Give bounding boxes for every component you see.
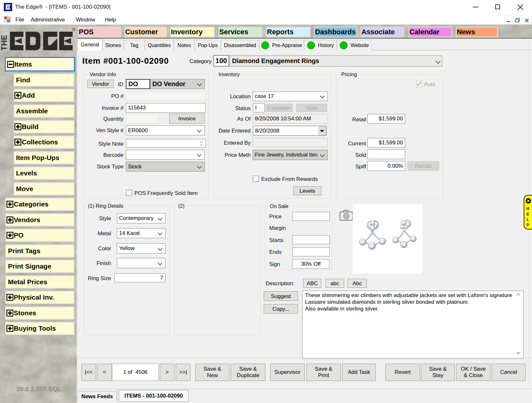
svg-text:®: ® — [72, 27, 76, 32]
svg-text:THE: THE — [0, 35, 8, 51]
